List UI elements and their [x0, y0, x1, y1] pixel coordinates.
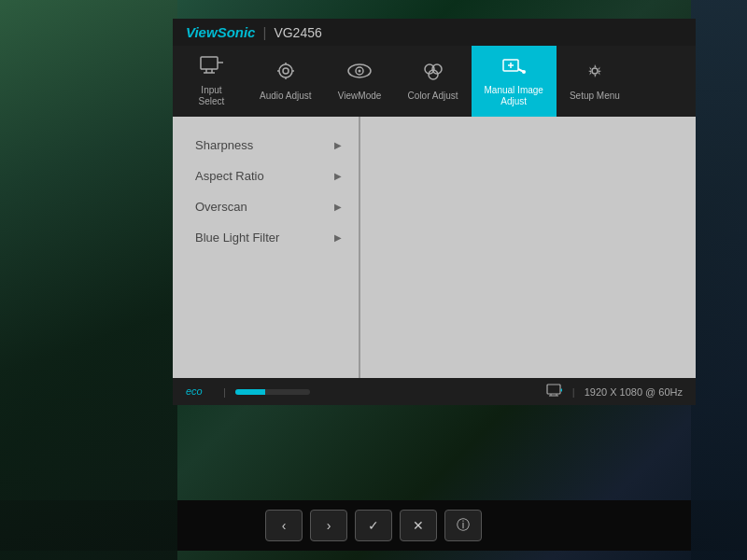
brand-divider: | — [262, 24, 266, 40]
confirm-btn[interactable]: ✓ — [355, 510, 392, 541]
setup-menu-label: Setup Menu — [570, 91, 620, 102]
brightness-bar-container — [235, 389, 310, 395]
nav-audio-adjust[interactable]: Audio Adjust — [247, 46, 325, 117]
status-separator-1: | — [223, 386, 226, 398]
next-btn[interactable]: › — [310, 510, 347, 541]
aspect-ratio-arrow-icon: ▶ — [334, 171, 342, 181]
display-icon — [546, 384, 563, 399]
svg-rect-0 — [201, 57, 218, 69]
svg-rect-24 — [547, 385, 560, 394]
input-select-icon — [199, 55, 225, 79]
menu-panel: Sharpness ▶ Aspect Ratio ▶ Overscan ▶ Bl… — [173, 117, 359, 378]
menu-item-overscan-label: Overscan — [195, 200, 247, 214]
back-btn[interactable]: ✕ — [400, 510, 437, 541]
bg-right-panel — [691, 0, 747, 560]
blue-light-arrow-icon: ▶ — [334, 232, 342, 243]
next-icon: › — [327, 518, 331, 533]
svg-point-13 — [359, 70, 361, 73]
brightness-fill — [235, 389, 265, 395]
info-icon: ⓘ — [457, 517, 470, 534]
resolution-text: 1920 X 1080 @ 60Hz — [585, 386, 683, 398]
viewmode-label: ViewMode — [338, 91, 382, 102]
prev-btn[interactable]: ‹ — [265, 510, 303, 541]
viewmode-icon — [346, 61, 373, 85]
svg-point-22 — [592, 68, 598, 74]
model-name: VG2456 — [274, 25, 321, 40]
panel-divider — [359, 117, 360, 378]
menu-item-overscan[interactable]: Overscan ▶ — [173, 191, 359, 222]
audio-adjust-icon — [273, 61, 299, 85]
color-adjust-icon — [420, 61, 446, 85]
content-area: Sharpness ▶ Aspect Ratio ▶ Overscan ▶ Bl… — [173, 117, 696, 378]
svg-point-6 — [283, 68, 289, 74]
svg-text:eco: eco — [186, 385, 203, 397]
svg-point-5 — [279, 64, 292, 77]
setup-menu-icon — [582, 61, 608, 85]
manual-image-adjust-icon — [500, 55, 527, 79]
check-icon: ✓ — [368, 518, 379, 533]
close-icon: ✕ — [413, 518, 424, 533]
menu-item-blue-light-filter-label: Blue Light Filter — [195, 231, 279, 245]
brand-name: ViewSonic — [186, 24, 255, 40]
nav-color-adjust[interactable]: Color Adjust — [395, 46, 472, 117]
sharpness-arrow-icon: ▶ — [334, 140, 342, 150]
overscan-arrow-icon: ▶ — [334, 202, 342, 212]
color-adjust-label: Color Adjust — [408, 91, 458, 102]
brightness-bar — [235, 389, 310, 395]
info-btn[interactable]: ⓘ — [444, 510, 482, 541]
nav-setup-menu[interactable]: Setup Menu — [557, 46, 633, 117]
menu-item-sharpness-label: Sharpness — [195, 138, 253, 152]
title-bar: ViewSonic | VG2456 — [173, 19, 696, 46]
status-separator-3: | — [572, 386, 575, 398]
menu-item-sharpness[interactable]: Sharpness ▶ — [173, 130, 359, 161]
bg-left-rocks — [0, 0, 177, 560]
manual-image-adjust-label: Manual ImageAdjust — [485, 85, 543, 107]
nav-bar: InputSelect Audio Adjust — [173, 46, 696, 117]
osd-menu: ViewSonic | VG2456 InputSelect — [173, 19, 696, 405]
nav-viewmode[interactable]: ViewMode — [325, 46, 395, 117]
prev-icon: ‹ — [282, 518, 287, 533]
input-select-label: InputSelect — [199, 85, 225, 107]
svg-point-19 — [522, 70, 526, 74]
audio-adjust-label: Audio Adjust — [260, 91, 312, 102]
detail-panel — [359, 117, 696, 378]
nav-manual-image-adjust[interactable]: Manual ImageAdjust — [472, 46, 557, 117]
menu-item-aspect-ratio-label: Aspect Ratio — [195, 169, 264, 183]
nav-input-select[interactable]: InputSelect — [176, 46, 247, 117]
menu-item-aspect-ratio[interactable]: Aspect Ratio ▶ — [173, 161, 359, 191]
status-bar: eco | | 1920 X 1080 @ 60Hz — [173, 378, 696, 405]
eco-indicator: eco — [186, 385, 214, 399]
menu-item-blue-light-filter[interactable]: Blue Light Filter ▶ — [173, 222, 359, 253]
